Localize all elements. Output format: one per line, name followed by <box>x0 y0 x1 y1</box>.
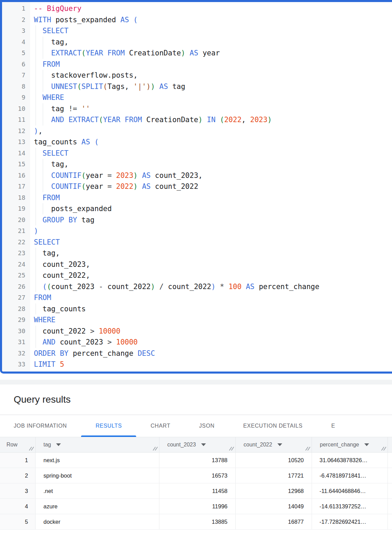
cell-count_2022: 17721 <box>236 468 312 483</box>
code-text: ) <box>30 225 392 237</box>
line-number: 3 <box>2 25 30 37</box>
code-text: ((count_2023 - count_2022) / count_2022)… <box>30 281 392 292</box>
code-line-31[interactable]: 31 AND count_2023 > 10000 <box>2 337 392 348</box>
row-sliver <box>388 499 392 514</box>
column-header-count_2022[interactable]: count_2022 <box>236 437 312 452</box>
line-number: 22 <box>2 237 30 248</box>
column-header-tag[interactable]: tag <box>36 437 159 452</box>
line-number: 15 <box>2 159 30 170</box>
code-text: tag, <box>30 159 392 170</box>
code-line-9[interactable]: 9 WHERE <box>2 92 392 103</box>
code-line-30[interactable]: 30 count_2022 > 10000 <box>2 326 392 337</box>
table-body: 1next.js137881052031.06463878326…2spring… <box>0 453 392 530</box>
line-number: 1 <box>2 3 30 14</box>
code-line-12[interactable]: 12), <box>2 126 392 137</box>
code-line-1[interactable]: 1-- BigQuery <box>2 3 392 14</box>
column-resize-handle-icon[interactable] <box>229 446 234 451</box>
code-line-4[interactable]: 4 tag, <box>2 37 392 48</box>
indent-guide <box>36 214 36 226</box>
code-line-25[interactable]: 25 count_2022, <box>2 270 392 281</box>
code-line-28[interactable]: 28 tag_counts <box>2 303 392 315</box>
column-resize-handle-icon[interactable] <box>29 446 34 451</box>
column-header-row[interactable]: Row <box>0 437 36 452</box>
column-header-percent_change[interactable]: percent_change <box>312 437 388 452</box>
cell-count_2023: 11996 <box>159 499 236 514</box>
line-number: 16 <box>2 170 30 181</box>
indent-guide <box>43 181 43 192</box>
code-line-33[interactable]: 33LIMIT 5 <box>2 359 392 370</box>
column-menu-arrow-icon[interactable] <box>56 443 61 446</box>
code-line-19[interactable]: 19 posts_expanded <box>2 203 392 214</box>
column-header-count_2023[interactable]: count_2023 <box>159 437 236 452</box>
indent-guide <box>36 259 36 270</box>
column-menu-arrow-icon[interactable] <box>277 443 282 446</box>
line-number: 13 <box>2 136 30 148</box>
tab-json[interactable]: JSON <box>185 415 229 437</box>
line-number: 30 <box>2 326 30 337</box>
tab-e[interactable]: E <box>317 415 350 437</box>
code-text: FROM <box>30 192 392 204</box>
indent-guide <box>36 203 36 214</box>
tab-execution-details[interactable]: EXECUTION DETAILS <box>229 415 317 437</box>
code-line-2[interactable]: 2WITH posts_expanded AS ( <box>2 14 392 26</box>
code-line-16[interactable]: 16 COUNTIF(year = 2023) AS count_2023, <box>2 170 392 181</box>
code-line-3[interactable]: 3 SELECT <box>2 25 392 37</box>
code-line-15[interactable]: 15 tag, <box>2 159 392 170</box>
code-line-27[interactable]: 27FROM <box>2 292 392 303</box>
indent-guide <box>43 114 43 126</box>
code-line-14[interactable]: 14 SELECT <box>2 148 392 159</box>
panel-gap <box>0 374 392 380</box>
cell-percent_change: -11.6440468846… <box>312 483 388 498</box>
code-line-32[interactable]: 32ORDER BY percent_change DESC <box>2 348 392 359</box>
code-line-10[interactable]: 10 tag != '' <box>2 103 392 115</box>
column-resize-handle-icon[interactable] <box>153 446 158 451</box>
line-number: 20 <box>2 214 30 226</box>
code-line-26[interactable]: 26 ((count_2023 - count_2022) / count_20… <box>2 281 392 292</box>
sql-editor[interactable]: 1-- BigQuery2WITH posts_expanded AS (3 S… <box>0 0 392 374</box>
tab-chart[interactable]: CHART <box>136 415 185 437</box>
indent-guide <box>43 203 43 214</box>
code-line-20[interactable]: 20 GROUP BY tag <box>2 214 392 226</box>
column-menu-arrow-icon[interactable] <box>201 443 206 446</box>
row-sliver <box>388 483 392 498</box>
cell-percent_change: -17.7282692421… <box>312 514 388 529</box>
column-resize-handle-icon[interactable] <box>381 446 386 451</box>
line-number: 11 <box>2 114 30 126</box>
tab-job-information[interactable]: JOB INFORMATION <box>0 415 81 437</box>
code-text: FROM <box>30 292 392 303</box>
indent-guide <box>36 281 36 292</box>
code-line-11[interactable]: 11 AND EXTRACT(YEAR FROM CreationDate) I… <box>2 114 392 126</box>
code-line-8[interactable]: 8 UNNEST(SPLIT(Tags, '|')) AS tag <box>2 81 392 92</box>
code-line-22[interactable]: 22SELECT <box>2 237 392 248</box>
code-text: count_2023, <box>30 259 392 270</box>
code-line-29[interactable]: 29WHERE <box>2 314 392 326</box>
column-menu-arrow-icon[interactable] <box>364 443 369 446</box>
cell-percent_change: -14.6131397252… <box>312 499 388 514</box>
indent-guide <box>36 159 36 170</box>
code-line-17[interactable]: 17 COUNTIF(year = 2022) AS count_2022 <box>2 181 392 192</box>
cell-row: 2 <box>0 468 36 483</box>
code-text: tag_counts AS ( <box>30 136 392 148</box>
indent-guide <box>43 170 43 181</box>
code-line-13[interactable]: 13tag_counts AS ( <box>2 136 392 148</box>
code-line-24[interactable]: 24 count_2023, <box>2 259 392 270</box>
tab-results[interactable]: RESULTS <box>81 415 136 437</box>
code-line-6[interactable]: 6 FROM <box>2 59 392 70</box>
query-results-title: Query results <box>14 394 71 405</box>
code-line-18[interactable]: 18 FROM <box>2 192 392 204</box>
line-number: 31 <box>2 337 30 348</box>
line-number: 12 <box>2 126 30 137</box>
code-text: count_2022 > 10000 <box>30 326 392 337</box>
indent-guide <box>36 192 36 204</box>
code-line-23[interactable]: 23 tag, <box>2 248 392 259</box>
code-line-5[interactable]: 5 EXTRACT(YEAR FROM CreationDate) AS yea… <box>2 48 392 59</box>
line-number: 23 <box>2 248 30 259</box>
line-number: 5 <box>2 48 30 59</box>
table-row: 3.net1145812968-11.6440468846… <box>0 483 392 499</box>
line-number: 10 <box>2 103 30 115</box>
table-header-row: Rowtagcount_2023count_2022percent_change <box>0 437 392 453</box>
column-resize-handle-icon[interactable] <box>305 446 310 451</box>
code-line-7[interactable]: 7 stackoverflow.posts, <box>2 70 392 81</box>
code-text: WHERE <box>30 92 392 103</box>
code-line-21[interactable]: 21) <box>2 225 392 237</box>
